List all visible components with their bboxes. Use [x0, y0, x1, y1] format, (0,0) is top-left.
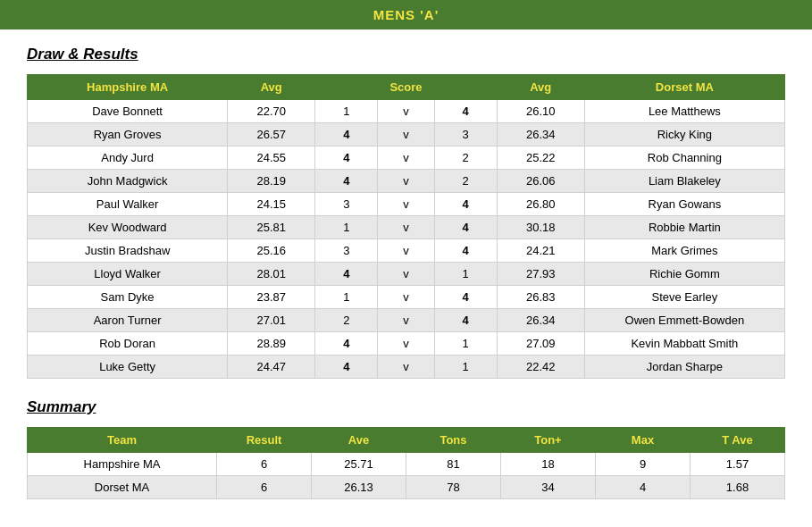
sum-max: 4	[596, 476, 691, 499]
dor-player-name: Robbie Martin	[584, 216, 784, 239]
hamp-avg: 24.15	[228, 193, 315, 216]
draw-results-title: Draw & Results	[27, 46, 812, 63]
hamp-score: 1	[315, 100, 378, 123]
dor-player-name: Ricky King	[584, 123, 784, 146]
table-row: Andy Jurd 24.55 4 v 2 25.22 Rob Channing	[28, 146, 785, 170]
hamp-score: 4	[315, 170, 378, 193]
dor-score: 4	[434, 239, 497, 263]
summary-row: Hampshire MA 6 25.71 81 18 9 1.57	[28, 453, 785, 476]
dor-player-name: Owen Emmett-Bowden	[584, 309, 784, 332]
sum-team: Hampshire MA	[28, 453, 217, 476]
dor-avg: 25.22	[497, 146, 584, 170]
sum-ave: 26.13	[312, 476, 406, 499]
v-separator: v	[378, 356, 434, 379]
sum-col-tons: Tons	[406, 428, 501, 453]
sum-team: Dorset MA	[28, 476, 217, 499]
v-separator: v	[378, 100, 434, 123]
hamp-player-name: Aaron Turner	[28, 309, 228, 332]
dor-player-name: Liam Blakeley	[584, 170, 784, 193]
hamp-player-name: John Madgwick	[28, 170, 228, 193]
dor-score: 4	[434, 216, 497, 239]
dor-avg: 22.42	[497, 356, 584, 379]
v-separator: v	[378, 309, 434, 332]
sum-tave: 1.68	[691, 476, 785, 499]
sum-tonplus: 18	[501, 453, 596, 476]
hamp-score: 1	[315, 216, 378, 239]
dor-player-name: Richie Gomm	[584, 263, 784, 286]
sum-tons: 81	[406, 453, 501, 476]
table-row: John Madgwick 28.19 4 v 2 26.06 Liam Bla…	[28, 170, 785, 193]
hamp-player-name: Sam Dyke	[28, 286, 228, 309]
table-row: Justin Bradshaw 25.16 3 v 4 24.21 Mark G…	[28, 239, 785, 263]
dor-score: 4	[434, 193, 497, 216]
table-row: Dave Bonnett 22.70 1 v 4 26.10 Lee Matth…	[28, 100, 785, 123]
dor-avg: 26.83	[497, 286, 584, 309]
dor-player-name: Rob Channing	[584, 146, 784, 170]
hamp-player-name: Rob Doran	[28, 332, 228, 356]
hamp-avg: 23.87	[228, 286, 315, 309]
col-hamp-name: Hampshire MA	[28, 75, 228, 100]
dor-player-name: Steve Earley	[584, 286, 784, 309]
v-separator: v	[378, 123, 434, 146]
dor-avg: 27.09	[497, 332, 584, 356]
dor-avg: 26.80	[497, 193, 584, 216]
dor-player-name: Ryan Gowans	[584, 193, 784, 216]
hamp-score: 3	[315, 239, 378, 263]
sum-col-team: Team	[28, 428, 217, 453]
dor-score: 3	[434, 123, 497, 146]
summary-table-header: Team Result Ave Tons Ton+ Max T Ave	[28, 428, 785, 453]
dor-score: 4	[434, 309, 497, 332]
dor-score: 2	[434, 170, 497, 193]
table-row: Kev Woodward 25.81 1 v 4 30.18 Robbie Ma…	[28, 216, 785, 239]
col-dor-avg: Avg	[497, 75, 584, 100]
sum-tons: 78	[406, 476, 501, 499]
hamp-player-name: Paul Walker	[28, 193, 228, 216]
hamp-avg: 28.19	[228, 170, 315, 193]
dor-player-name: Jordan Sharpe	[584, 356, 784, 379]
sum-col-result: Result	[217, 428, 312, 453]
v-separator: v	[378, 332, 434, 356]
main-table-header: Hampshire MA Avg Score Avg Dorset MA	[28, 75, 785, 100]
summary-table: Team Result Ave Tons Ton+ Max T Ave Hamp…	[27, 427, 785, 499]
hamp-player-name: Justin Bradshaw	[28, 239, 228, 263]
table-row: Luke Getty 24.47 4 v 1 22.42 Jordan Shar…	[28, 356, 785, 379]
hamp-player-name: Ryan Groves	[28, 123, 228, 146]
hamp-player-name: Luke Getty	[28, 356, 228, 379]
hamp-avg: 25.16	[228, 239, 315, 263]
col-hamp-avg: Avg	[228, 75, 315, 100]
table-row: Paul Walker 24.15 3 v 4 26.80 Ryan Gowan…	[28, 193, 785, 216]
v-separator: v	[378, 216, 434, 239]
dor-avg: 30.18	[497, 216, 584, 239]
hamp-score: 1	[315, 286, 378, 309]
sum-col-tave: T Ave	[691, 428, 785, 453]
hamp-player-name: Lloyd Walker	[28, 263, 228, 286]
v-separator: v	[378, 170, 434, 193]
table-row: Sam Dyke 23.87 1 v 4 26.83 Steve Earley	[28, 286, 785, 309]
hamp-score: 4	[315, 263, 378, 286]
dor-score: 1	[434, 332, 497, 356]
hamp-avg: 22.70	[228, 100, 315, 123]
v-separator: v	[378, 146, 434, 170]
col-dor-name: Dorset MA	[584, 75, 784, 100]
dor-score: 4	[434, 286, 497, 309]
hamp-score: 3	[315, 193, 378, 216]
v-separator: v	[378, 193, 434, 216]
hamp-score: 4	[315, 356, 378, 379]
draw-results-table: Hampshire MA Avg Score Avg Dorset MA Dav…	[27, 74, 785, 379]
dor-avg: 26.06	[497, 170, 584, 193]
summary-title: Summary	[27, 398, 812, 416]
table-row: Aaron Turner 27.01 2 v 4 26.34 Owen Emme…	[28, 309, 785, 332]
sum-col-tonplus: Ton+	[501, 428, 596, 453]
dor-score: 1	[434, 356, 497, 379]
v-separator: v	[378, 286, 434, 309]
summary-row: Dorset MA 6 26.13 78 34 4 1.68	[28, 476, 785, 499]
col-score-d	[434, 75, 497, 100]
hamp-score: 4	[315, 146, 378, 170]
dor-avg: 24.21	[497, 239, 584, 263]
table-row: Rob Doran 28.89 4 v 1 27.09 Kevin Mabbat…	[28, 332, 785, 356]
sum-ave: 25.71	[312, 453, 406, 476]
hamp-score: 4	[315, 332, 378, 356]
hamp-avg: 28.01	[228, 263, 315, 286]
dor-player-name: Mark Grimes	[584, 239, 784, 263]
sum-max: 9	[596, 453, 691, 476]
